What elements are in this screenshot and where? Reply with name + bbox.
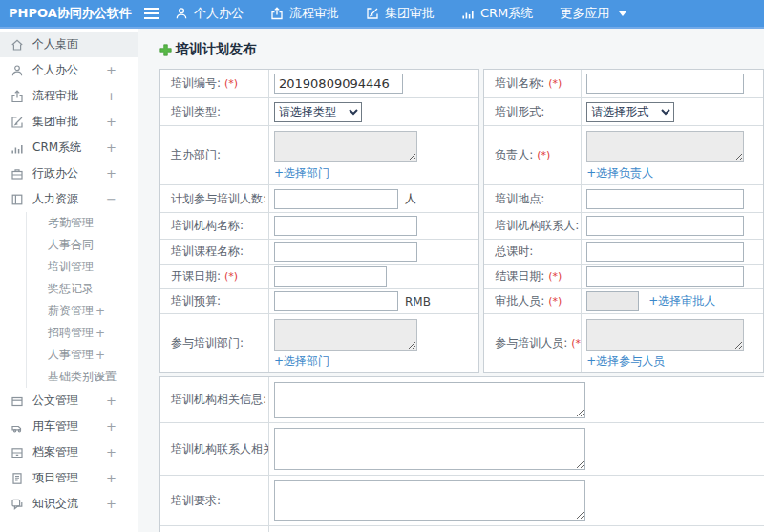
- sidebar-item-label: 项目管理: [32, 470, 78, 486]
- sidebar-item-crm[interactable]: CRM系统 +: [0, 135, 138, 160]
- nav-group-approval[interactable]: 集团审批: [366, 5, 435, 22]
- training-no-input[interactable]: [274, 74, 403, 94]
- sidebar-subitem-base-category[interactable]: 基础类别设置 +: [27, 366, 138, 388]
- sidebar-item-label: 招聘管理: [48, 325, 94, 341]
- add-plus-icon: [159, 44, 172, 56]
- form-row: 培训要求:: [160, 476, 764, 526]
- end-date-input[interactable]: [586, 266, 744, 287]
- form-row: 计划参与培训人数:(*) 人: [160, 185, 478, 213]
- expand-sign: +: [106, 445, 117, 459]
- sidebar-item-label: 人事管理: [48, 347, 94, 363]
- required-mark: (*): [224, 77, 238, 90]
- approver-input[interactable]: [586, 291, 639, 311]
- briefcase-icon: [11, 167, 24, 181]
- select-participants-link[interactable]: +选择参与人员: [586, 353, 665, 370]
- form-row: 负责人:(*) +选择负责人: [484, 126, 763, 185]
- sidebar-item-knowledge[interactable]: 知识交流 +: [0, 491, 138, 517]
- sidebar-item-label: 个人办公: [32, 62, 78, 78]
- form-row: 培训类型: 请选择类型: [160, 98, 478, 126]
- expand-sign: +: [106, 497, 117, 511]
- sidebar-item-archives[interactable]: 档案管理 +: [0, 439, 138, 465]
- nav-more-apps[interactable]: 更多应用: [560, 5, 626, 22]
- sidebar-item-vehicle[interactable]: 用车管理 +: [0, 414, 138, 439]
- training-location-input[interactable]: [586, 189, 744, 209]
- select-dept-link[interactable]: +选择部门: [274, 165, 329, 181]
- sidebar-item-label: 个人桌面: [32, 36, 78, 53]
- host-dept-textarea[interactable]: [274, 131, 417, 162]
- field-label: 培训类型:: [171, 104, 221, 120]
- start-date-input[interactable]: [274, 266, 387, 287]
- nav-personal-office[interactable]: 个人办公: [175, 5, 244, 22]
- sidebar-item-label: 薪资管理: [48, 303, 94, 319]
- field-label: 培训编号:: [171, 75, 221, 92]
- sidebar-item-hr[interactable]: 人力资源 −: [0, 186, 138, 212]
- leader-textarea[interactable]: [586, 131, 744, 162]
- sidebar-subitem-hr-contract[interactable]: 人事合同: [27, 234, 138, 256]
- sidebar-item-projects[interactable]: 项目管理 +: [0, 465, 138, 491]
- field-label: 负责人:: [495, 147, 533, 163]
- org-name-input[interactable]: [274, 216, 417, 236]
- topbar-nav: 个人办公 流程审批 集团审批 CRM系统 更多应用: [175, 5, 626, 22]
- required-mark: (*): [571, 337, 582, 350]
- expand-sign: +: [106, 115, 117, 129]
- page-title: 培训计划发布: [159, 41, 764, 58]
- chart-icon: [461, 7, 475, 20]
- training-type-select[interactable]: 请选择类型: [274, 102, 362, 122]
- field-label: 审批人员:: [495, 293, 544, 309]
- nav-label: 集团审批: [385, 5, 435, 22]
- sidebar-item-group-approval[interactable]: 集团审批 +: [0, 109, 138, 135]
- caret-down-icon: [619, 11, 626, 16]
- sidebar-item-label: 基础类别设置: [48, 369, 117, 385]
- chart-icon: [11, 141, 24, 155]
- sidebar-subitem-training-mgmt[interactable]: 培训管理: [27, 256, 138, 278]
- course-name-input[interactable]: [274, 242, 417, 262]
- currency-label: RMB: [405, 295, 431, 309]
- form-row: 培训名称:(*): [484, 70, 763, 98]
- hr-submenu: 考勤管理 人事合同 培训管理 奖惩记录 薪资管理 + 招聘管理 + 人事管理 +…: [26, 212, 138, 388]
- training-requirements-textarea[interactable]: [274, 480, 585, 521]
- form-row: 培训机构联系人:: [484, 213, 763, 240]
- select-approver-link[interactable]: +选择审批人: [648, 293, 715, 309]
- field-label: 培训机构联系人相关信息:: [171, 441, 269, 458]
- sidebar-item-documents[interactable]: 公文管理 +: [0, 388, 138, 414]
- sidebar-subitem-reward-punishment[interactable]: 奖惩记录: [27, 278, 138, 300]
- sidebar-subitem-recruitment[interactable]: 招聘管理 +: [27, 322, 138, 344]
- org-contact-input[interactable]: [586, 216, 744, 236]
- sidebar-subitem-attendance[interactable]: 考勤管理: [27, 212, 138, 234]
- sidebar-item-label: 人事合同: [48, 237, 94, 253]
- participants-textarea[interactable]: [586, 319, 744, 351]
- hamburger-menu-icon[interactable]: [144, 5, 159, 22]
- edit-icon: [11, 116, 24, 129]
- archive-icon: [11, 446, 24, 459]
- training-form-select[interactable]: 请选择形式: [586, 102, 674, 122]
- required-mark: (*): [548, 295, 562, 308]
- org-info-textarea[interactable]: [274, 382, 585, 418]
- expand-sign: +: [106, 140, 117, 155]
- sidebar-item-label: 公文管理: [32, 393, 78, 409]
- page-title-text: 培训计划发布: [176, 41, 256, 58]
- chat-icon: [11, 498, 24, 511]
- sidebar-subitem-personnel[interactable]: 人事管理 +: [27, 344, 138, 366]
- total-hours-input[interactable]: [586, 242, 744, 262]
- org-contact-info-textarea[interactable]: [274, 428, 585, 470]
- planned-participants-input[interactable]: [274, 189, 398, 209]
- nav-workflow-approval[interactable]: 流程审批: [270, 5, 339, 22]
- training-name-input[interactable]: [586, 74, 744, 94]
- sidebar-subitem-salary[interactable]: 薪资管理 +: [27, 300, 138, 322]
- sidebar-item-label: 培训管理: [48, 259, 94, 275]
- sidebar-item-personal-desktop[interactable]: 个人桌面: [0, 32, 138, 57]
- select-dept-link[interactable]: +选择部门: [274, 353, 329, 370]
- sidebar-item-personal-office[interactable]: 个人办公 +: [0, 57, 138, 83]
- field-label: 开课日期:: [171, 268, 221, 285]
- sidebar-item-workflow-approval[interactable]: 流程审批 +: [0, 83, 138, 109]
- nav-crm-system[interactable]: CRM系统: [461, 5, 533, 22]
- sidebar-item-label: 流程审批: [32, 88, 78, 104]
- select-leader-link[interactable]: +选择负责人: [586, 165, 653, 181]
- sidebar-item-label: 奖惩记录: [48, 281, 94, 297]
- budget-input[interactable]: [274, 291, 398, 311]
- participate-dept-textarea[interactable]: [274, 319, 417, 351]
- form-row: 总课时:: [484, 240, 763, 265]
- collapse-sign: −: [106, 192, 117, 206]
- form-table-right: 培训名称:(*) 培训形式: 请选择形式 负责人:(*) +选择负责人 培训地点…: [483, 69, 764, 373]
- sidebar-item-admin-office[interactable]: 行政办公 +: [0, 160, 138, 186]
